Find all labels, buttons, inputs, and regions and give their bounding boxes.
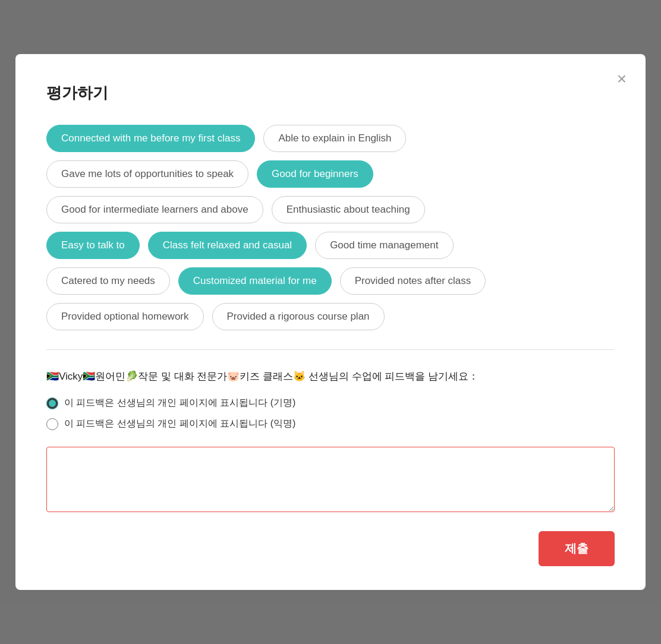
- tag-catered[interactable]: Catered to my needs: [46, 267, 170, 295]
- modal-dialog: × 평가하기 Connected with me before my first…: [15, 54, 646, 591]
- tag-course[interactable]: Provided a rigorous course plan: [212, 303, 385, 330]
- tag-opportunities[interactable]: Gave me lots of opportunities to speak: [46, 160, 248, 188]
- tag-homework[interactable]: Provided optional homework: [46, 303, 204, 330]
- tag-relaxed[interactable]: Class felt relaxed and casual: [148, 232, 307, 259]
- radio-group: 이 피드백은 선생님의 개인 페이지에 표시됩니다 (기명) 이 피드백은 선생…: [46, 397, 615, 430]
- radio-named-label: 이 피드백은 선생님의 개인 페이지에 표시됩니다 (기명): [64, 397, 295, 409]
- modal-overlay: × 평가하기 Connected with me before my first…: [0, 0, 661, 644]
- tag-explain[interactable]: Able to explain in English: [263, 125, 406, 152]
- radio-anonymous-label: 이 피드백은 선생님의 개인 페이지에 표시됩니다 (익명): [64, 418, 295, 430]
- radio-anonymous-option[interactable]: 이 피드백은 선생님의 개인 페이지에 표시됩니다 (익명): [46, 418, 615, 430]
- radio-anonymous-input[interactable]: [46, 418, 58, 430]
- tag-easy[interactable]: Easy to talk to: [46, 232, 140, 259]
- tag-row-3: Good for intermediate learners and above…: [46, 196, 615, 223]
- tag-row-6: Provided optional homework Provided a ri…: [46, 303, 615, 330]
- close-button[interactable]: ×: [617, 71, 627, 87]
- tag-row-1: Connected with me before my first class …: [46, 125, 615, 152]
- feedback-textarea[interactable]: [46, 447, 615, 512]
- tag-beginners[interactable]: Good for beginners: [257, 160, 373, 188]
- radio-named-input[interactable]: [46, 397, 58, 409]
- submit-button[interactable]: 제출: [539, 531, 615, 566]
- tag-notes[interactable]: Provided notes after class: [340, 267, 486, 295]
- tag-customized[interactable]: Customized material for me: [178, 267, 332, 295]
- submit-row: 제출: [46, 531, 615, 566]
- tag-row-5: Catered to my needs Customized material …: [46, 267, 615, 295]
- tag-intermediate[interactable]: Good for intermediate learners and above: [46, 196, 263, 223]
- tag-connected[interactable]: Connected with me before my first class: [46, 125, 255, 152]
- tags-section: Connected with me before my first class …: [46, 125, 615, 330]
- feedback-label: 🇿🇦Vicky🇿🇦원어민🥬작문 및 대화 전문가🐷키즈 클래스🐱 선생님의 수업…: [46, 369, 615, 384]
- divider: [46, 349, 615, 350]
- tag-row-4: Easy to talk to Class felt relaxed and c…: [46, 232, 615, 259]
- modal-title: 평가하기: [46, 83, 615, 103]
- radio-named-option[interactable]: 이 피드백은 선생님의 개인 페이지에 표시됩니다 (기명): [46, 397, 615, 409]
- tag-row-2: Gave me lots of opportunities to speak G…: [46, 160, 615, 188]
- tag-enthusiastic[interactable]: Enthusiastic about teaching: [272, 196, 425, 223]
- tag-time[interactable]: Good time management: [315, 232, 453, 259]
